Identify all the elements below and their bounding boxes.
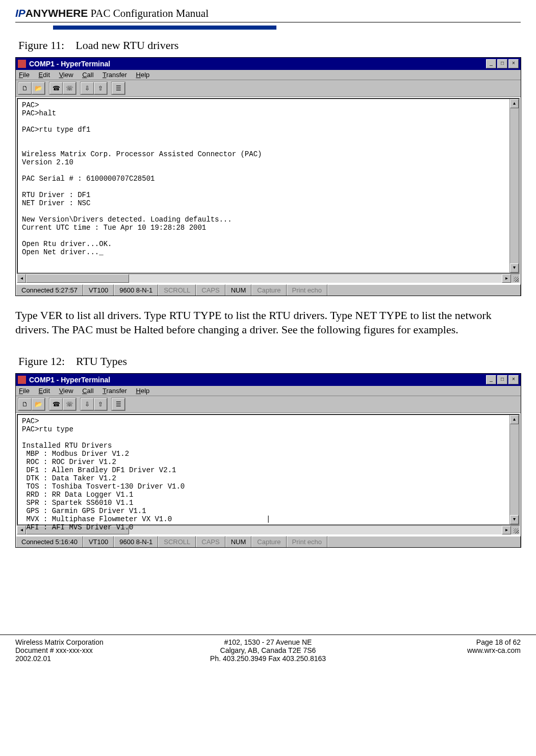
footer-docnum: Document # xxx-xxx-xxx: [15, 646, 184, 654]
tb-call-icon[interactable]: ☎: [49, 82, 63, 94]
figure12-caption: Figure 12:RTU Types: [18, 355, 521, 368]
scroll-down-icon[interactable]: ▾: [510, 515, 519, 524]
status-caps: CAPS: [196, 536, 225, 547]
footer-date: 2002.02.01: [15, 654, 184, 663]
vertical-scrollbar[interactable]: ▴ ▾: [509, 99, 519, 273]
close-button[interactable]: ×: [508, 375, 519, 384]
status-num: NUM: [225, 536, 252, 547]
status-bar: Connected 5:27:57 VT100 9600 8-N-1 SCROL…: [16, 284, 521, 296]
status-caps: CAPS: [196, 284, 225, 296]
tb-open-icon[interactable]: 📂: [32, 398, 45, 410]
menu-file[interactable]: FFileile: [19, 71, 30, 79]
menu-bar[interactable]: FFileile Edit View Call Transfer Help: [16, 70, 521, 80]
vertical-scrollbar[interactable]: ▴ ▾: [509, 415, 519, 524]
tb-hangup-icon[interactable]: ☏: [63, 82, 76, 94]
resize-grip-icon[interactable]: [511, 274, 520, 283]
title-bar[interactable]: COMP1 - HyperTerminal _ □ ×: [16, 374, 521, 386]
scroll-right-icon[interactable]: ▸: [502, 274, 511, 283]
toolbar: 🗋📂 ☎☏ ⇩⇧ ☰: [16, 396, 521, 413]
scroll-down-icon[interactable]: ▾: [510, 263, 519, 273]
menu-edit[interactable]: Edit: [39, 387, 50, 395]
tb-call-icon[interactable]: ☎: [49, 398, 63, 410]
title-bar[interactable]: COMP1 - HyperTerminal _ □ ×: [16, 58, 521, 70]
menu-help[interactable]: Help: [136, 71, 150, 79]
minimize-button[interactable]: _: [486, 375, 496, 384]
footer-phone: Ph. 403.250.3949 Fax 403.250.8163: [184, 654, 352, 663]
figure11-num: Figure 11:: [18, 39, 64, 52]
status-echo: Print echo: [287, 284, 328, 296]
menu-file[interactable]: File: [19, 387, 30, 395]
logo-ip: IP: [15, 7, 25, 19]
tb-open-icon[interactable]: 📂: [32, 82, 45, 94]
menu-view[interactable]: View: [59, 387, 73, 395]
scroll-left-icon[interactable]: ◂: [17, 274, 26, 283]
hyperterminal-window-2: COMP1 - HyperTerminal _ □ × File Edit Vi…: [15, 373, 521, 548]
terminal-area[interactable]: PAC> PAC>rtu type Installed RTU Drivers …: [17, 414, 520, 525]
status-connected: Connected 5:16:40: [16, 536, 83, 547]
status-connected: Connected 5:27:57: [16, 284, 83, 296]
menu-transfer[interactable]: Transfer: [103, 387, 127, 395]
figure12-num: Figure 12:: [18, 355, 65, 368]
menu-help[interactable]: Help: [136, 387, 150, 395]
tb-properties-icon[interactable]: ☰: [112, 398, 125, 410]
status-emulation: VT100: [83, 284, 114, 296]
maximize-button[interactable]: □: [497, 59, 507, 68]
body-paragraph: Type VER to list all drivers. Type RTU T…: [15, 308, 519, 336]
footer-addr2: Calgary, AB, Canada T2E 7S6: [184, 646, 352, 654]
tb-receive-icon[interactable]: ⇧: [94, 82, 107, 94]
hyperterminal-window-1: COMP1 - HyperTerminal _ □ × FFileile Edi…: [15, 57, 521, 296]
page-footer: Wireless Matrix Corporation Document # x…: [0, 635, 536, 670]
figure11-title: Load new RTU drivers: [75, 39, 178, 52]
footer-page: Page 18 of 62: [352, 638, 521, 646]
scroll-up-icon[interactable]: ▴: [510, 415, 519, 424]
status-capture: Capture: [251, 536, 286, 547]
scroll-thumb[interactable]: [26, 274, 129, 283]
horizontal-scrollbar[interactable]: ◂ ▸: [17, 274, 520, 283]
tb-receive-icon[interactable]: ⇧: [94, 398, 107, 410]
menu-edit[interactable]: Edit: [39, 71, 50, 79]
status-scroll: SCROLL: [158, 536, 196, 547]
doc-title: PAC Configuration Manual: [88, 7, 209, 19]
menu-view[interactable]: View: [59, 71, 73, 79]
status-emulation: VT100: [83, 536, 114, 547]
menu-call[interactable]: Call: [82, 71, 93, 79]
status-scroll: SCROLL: [158, 284, 196, 296]
resize-grip-icon[interactable]: [511, 526, 520, 534]
status-port: 9600 8-N-1: [114, 536, 158, 547]
tb-new-icon[interactable]: 🗋: [18, 398, 32, 410]
app-icon: [18, 60, 26, 68]
status-num: NUM: [225, 284, 252, 296]
logo-rest: ANYWHERE: [25, 7, 88, 19]
window-title: COMP1 - HyperTerminal: [29, 376, 110, 384]
status-port: 9600 8-N-1: [114, 284, 158, 296]
footer-url: www.wrx-ca.com: [352, 646, 521, 654]
status-echo: Print echo: [287, 536, 328, 547]
status-capture: Capture: [251, 284, 286, 296]
header-blue-bar: [53, 26, 276, 30]
header-rule: [15, 22, 521, 22]
tb-properties-icon[interactable]: ☰: [112, 82, 125, 94]
terminal-area[interactable]: PAC> PAC>halt PAC>rtu type df1 Wireless …: [17, 98, 520, 274]
figure11-caption: Figure 11:Load new RTU drivers: [18, 39, 521, 52]
terminal-text: PAC> PAC>rtu type Installed RTU Drivers …: [18, 415, 519, 533]
tb-hangup-icon[interactable]: ☏: [63, 398, 76, 410]
minimize-button[interactable]: _: [486, 59, 496, 68]
footer-company: Wireless Matrix Corporation: [15, 638, 184, 646]
scroll-up-icon[interactable]: ▴: [510, 99, 519, 108]
close-button[interactable]: ×: [508, 59, 519, 68]
tb-send-icon[interactable]: ⇩: [81, 398, 94, 410]
menu-bar[interactable]: File Edit View Call Transfer Help: [16, 386, 521, 396]
menu-transfer[interactable]: Transfer: [103, 71, 127, 79]
terminal-text: PAC> PAC>halt PAC>rtu type df1 Wireless …: [18, 99, 519, 258]
status-bar: Connected 5:16:40 VT100 9600 8-N-1 SCROL…: [16, 535, 521, 547]
tb-send-icon[interactable]: ⇩: [81, 82, 94, 94]
toolbar: 🗋📂 ☎☏ ⇩⇧ ☰: [16, 80, 521, 97]
footer-addr1: #102, 1530 - 27 Avenue NE: [184, 638, 352, 646]
app-icon: [18, 376, 26, 384]
menu-call[interactable]: Call: [82, 387, 93, 395]
maximize-button[interactable]: □: [497, 375, 507, 384]
tb-new-icon[interactable]: 🗋: [18, 82, 32, 94]
page-header: IPANYWHERE PAC Configuration Manual: [15, 7, 521, 20]
figure12-title: RTU Types: [76, 355, 127, 368]
window-title: COMP1 - HyperTerminal: [29, 60, 110, 68]
